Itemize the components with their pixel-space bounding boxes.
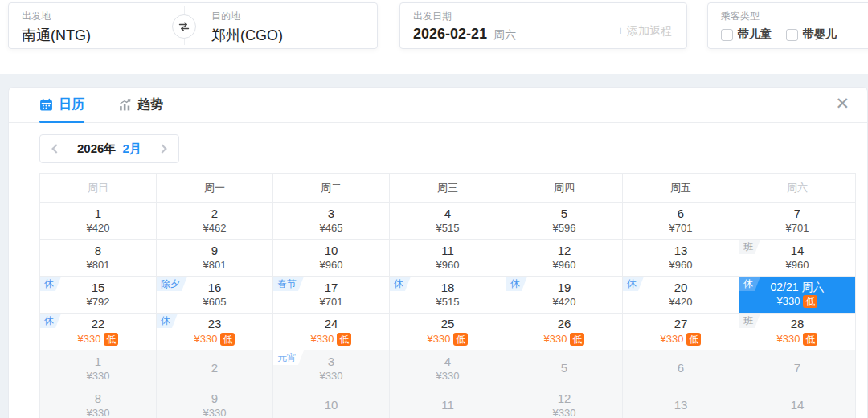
cell-price: ¥960 [669, 260, 693, 271]
calendar-cell-selected[interactable]: 休02/21 周六¥330低 [739, 277, 856, 314]
calendar-cell[interactable]: 班14¥960 [739, 240, 856, 277]
calendar-cell[interactable]: 除夕16¥605 [157, 277, 273, 314]
calendar-cell[interactable]: 休15¥792 [40, 277, 157, 314]
with-infant-label: 带婴儿 [803, 27, 837, 42]
with-infant-checkbox[interactable]: 带婴儿 [786, 27, 837, 42]
month-nav-month: 2月 [122, 141, 141, 157]
calendar-cell[interactable]: 3¥465 [273, 203, 390, 240]
cell-badge: 春节 [273, 277, 304, 291]
tab-trend-label: 趋势 [137, 96, 163, 113]
tab-calendar[interactable]: 日历 [39, 88, 84, 122]
calendar-cell[interactable]: 4¥515 [390, 203, 506, 240]
close-icon[interactable]: ✕ [835, 95, 850, 112]
cell-badge: 休 [390, 277, 411, 291]
prev-month-icon[interactable] [51, 144, 60, 153]
calendar-cell[interactable]: 27¥330低 [623, 314, 739, 350]
calendar-cell[interactable]: 休22¥330低 [40, 314, 157, 350]
calendar-cell[interactable]: 2¥462 [157, 203, 273, 240]
cell-badge: 班 [739, 240, 760, 254]
destination-value[interactable]: 郑州(CGO) [211, 26, 283, 45]
passenger-type-label: 乘客类型 [721, 10, 837, 23]
swap-arrows-icon [178, 20, 190, 33]
cell-day: 4 [444, 207, 451, 221]
checkbox-icon[interactable] [721, 29, 733, 41]
low-price-tag: 低 [803, 295, 817, 308]
cell-day: 26 [558, 318, 571, 331]
calendar-cell[interactable]: 11 [390, 387, 506, 418]
calendar-cell[interactable]: 13¥960 [623, 240, 739, 277]
panel-tabbar: 日历 趋势 ✕ [9, 88, 867, 123]
cell-badge: 除夕 [157, 277, 187, 291]
calendar-cell[interactable]: 休19¥420 [506, 277, 623, 314]
calendar-cell[interactable]: 10 [273, 387, 390, 418]
cell-price: ¥701 [786, 223, 809, 234]
calendar-cell[interactable]: 休20¥420 [623, 277, 739, 314]
cell-day: 10 [325, 399, 338, 412]
cell-day: 3 [328, 207, 334, 221]
with-children-label: 带儿童 [738, 27, 772, 42]
calendar-cell[interactable]: 24¥330低 [273, 314, 390, 350]
calendar-cell[interactable]: 10¥960 [273, 240, 390, 277]
calendar-cell[interactable]: 班28¥330低 [739, 314, 856, 350]
cell-day: 28 [791, 318, 805, 331]
with-children-checkbox[interactable]: 带儿童 [721, 27, 772, 42]
checkbox-icon[interactable] [786, 29, 798, 41]
cell-price: ¥330 [203, 408, 227, 418]
cell-price: ¥515 [436, 297, 460, 308]
calendar-cell[interactable]: 14 [739, 387, 856, 418]
cell-price: ¥701 [669, 223, 693, 234]
calendar-cell[interactable]: 1¥330 [40, 350, 157, 387]
cell-day: 2 [211, 362, 218, 375]
tab-trend[interactable]: 趋势 [118, 88, 163, 122]
calendar-cell[interactable]: 25¥330低 [390, 314, 506, 350]
calendar-cell[interactable]: 5 [506, 350, 623, 387]
calendar-cell[interactable]: 8¥330 [40, 387, 157, 418]
route-box: 出发地 南通(NTG) 目的地 郑州(CGO) [8, 2, 378, 49]
calendar-cell[interactable]: 元宵3¥330 [273, 350, 390, 387]
calendar-cell[interactable]: 1¥420 [40, 203, 157, 240]
swap-cities-button[interactable] [172, 14, 196, 39]
depart-date-value[interactable]: 2026-02-21 [413, 26, 487, 43]
cell-day: 8 [95, 244, 101, 258]
calendar-cell[interactable]: 春节17¥701 [273, 277, 390, 314]
calendar-cell[interactable]: 8¥801 [40, 240, 157, 277]
cell-day: 12 [558, 392, 571, 406]
weekday-header: 周六 [739, 174, 856, 203]
calendar-cell[interactable]: 13 [623, 387, 739, 418]
calendar-cell[interactable]: 9¥801 [157, 240, 273, 277]
destination-field[interactable]: 目的地 郑州(CGO) [211, 10, 283, 45]
departure-value[interactable]: 南通(NTG) [22, 26, 91, 45]
weekday-header: 周四 [506, 174, 623, 203]
calendar-cell[interactable]: 6¥701 [623, 203, 739, 240]
cell-price: ¥330低 [194, 333, 235, 346]
calendar-cell[interactable]: 12¥330 [506, 387, 623, 418]
cell-day: 11 [441, 399, 454, 412]
next-month-icon[interactable] [158, 144, 166, 153]
calendar-cell[interactable]: 6 [623, 350, 739, 387]
calendar-cell[interactable]: 7 [739, 350, 856, 387]
cell-badge: 班 [739, 314, 760, 328]
month-navigator: 2026年 2月 [39, 134, 179, 163]
cell-day: 20 [674, 281, 688, 295]
cell-price: ¥330 [436, 371, 460, 382]
calendar-cell[interactable]: 11¥960 [390, 240, 506, 277]
depart-date-field[interactable]: 出发日期 2026-02-21 周六 [413, 10, 516, 43]
cell-price: ¥330 [320, 371, 343, 382]
calendar-cell[interactable]: 5¥596 [506, 203, 623, 240]
calendar-cell[interactable]: 9¥330 [157, 387, 273, 418]
weekday-header: 周日 [40, 174, 157, 203]
depart-date-weekday: 周六 [493, 28, 516, 43]
calendar-cell[interactable]: 7¥701 [739, 203, 856, 240]
date-box: 出发日期 2026-02-21 周六 + 添加返程 [399, 2, 687, 49]
calendar-cell[interactable]: 26¥330低 [506, 314, 623, 350]
departure-field[interactable]: 出发地 南通(NTG) [22, 10, 91, 45]
calendar-grid: 周日周一周二周三周四周五周六1¥4202¥4623¥4654¥5155¥5966… [39, 173, 856, 418]
calendar-cell[interactable]: 休23¥330低 [157, 314, 273, 350]
add-return-button[interactable]: + 添加返程 [617, 24, 672, 39]
month-nav-year: 2026年 [77, 141, 116, 157]
calendar-cell[interactable]: 休18¥515 [390, 277, 506, 314]
calendar-cell[interactable]: 4¥330 [390, 350, 506, 387]
calendar-cell[interactable]: 2 [157, 350, 273, 387]
calendar-cell[interactable]: 12¥960 [506, 240, 623, 277]
cell-day: 17 [325, 281, 338, 295]
